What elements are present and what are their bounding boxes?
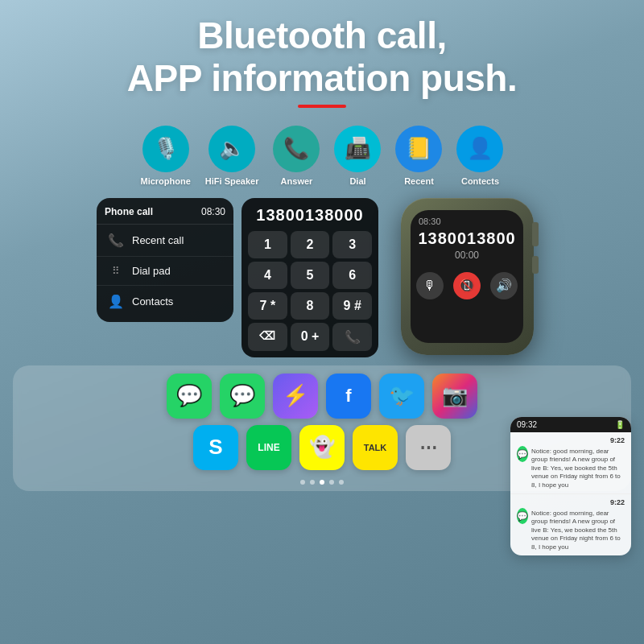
dial-pad-card: 13800138000 1234567 *89 #⌫0 +📞 bbox=[242, 198, 378, 357]
page-title: Bluetooth call, APP information push. bbox=[16, 14, 628, 100]
notif-avatar-0: 💬 bbox=[517, 446, 528, 462]
notif-msg-time-1: 9:22 bbox=[517, 498, 625, 506]
microphone-label: Microphone bbox=[141, 176, 191, 186]
app-dot-2[interactable] bbox=[320, 480, 324, 485]
contacts-label: Contacts bbox=[132, 295, 173, 308]
dial-key-1[interactable]: 2 bbox=[291, 231, 330, 258]
notification-battery: 🔋 bbox=[615, 420, 625, 429]
watch-button-top[interactable] bbox=[532, 222, 539, 246]
dialpad-icon: ⠿ bbox=[108, 265, 124, 277]
dial-key-2[interactable]: 3 bbox=[332, 231, 372, 258]
watch-speaker-button[interactable]: 🔊 bbox=[490, 272, 518, 299]
answer-label: Answer bbox=[281, 176, 313, 186]
watch-screen: 08:30 1380013800 00:00 🎙 📵 🔊 bbox=[411, 210, 523, 343]
feature-item-answer: 📞 Answer bbox=[273, 126, 320, 186]
notification-message-0: 9:22 💬 Notice: good morning, dear group … bbox=[510, 432, 631, 494]
watch-number: 1380013800 bbox=[418, 229, 515, 248]
app-icon-messenger[interactable]: ⚡ bbox=[273, 374, 318, 419]
dial-key-0[interactable]: 1 bbox=[248, 231, 287, 258]
hifi-speaker-icon: 🔈 bbox=[208, 126, 255, 172]
notification-header: 09:32 🔋 bbox=[510, 417, 631, 432]
recent-call-label: Recent call bbox=[132, 234, 184, 246]
notification-time: 09:32 bbox=[517, 420, 537, 429]
phone-call-card-header: Phone call 08:30 bbox=[97, 206, 233, 225]
dial-key-11[interactable]: 📞 bbox=[332, 323, 372, 351]
feature-item-contacts: 👤 Contects bbox=[456, 126, 503, 186]
notification-message-1: 9:22 💬 Notice: good morning, dear group … bbox=[510, 494, 631, 555]
middle-section: Phone call 08:30 📞 Recent call ⠿ Dial pa… bbox=[0, 194, 644, 357]
dial-key-5[interactable]: 6 bbox=[332, 262, 372, 289]
dial-pad-item[interactable]: ⠿ Dial pad bbox=[97, 257, 233, 286]
dial-key-3[interactable]: 4 bbox=[248, 262, 287, 289]
dial-grid: 1234567 *89 #⌫0 +📞 bbox=[248, 231, 372, 351]
features-row: 🎙️ Microphone 🔈 HiFi Speaker 📞 Answer 📠 … bbox=[0, 114, 644, 194]
dial-key-6[interactable]: 7 * bbox=[248, 292, 287, 320]
feature-item-recent: 📒 Recent bbox=[395, 126, 442, 186]
watch-hangup-button[interactable]: 📵 bbox=[453, 272, 481, 299]
contacts-icon: 👤 bbox=[456, 126, 503, 172]
dial-key-7[interactable]: 8 bbox=[291, 292, 330, 320]
watch-duration: 00:00 bbox=[455, 250, 479, 261]
notification-messages: 9:22 💬 Notice: good morning, dear group … bbox=[510, 432, 631, 555]
notification-card: 09:32 🔋 9:22 💬 Notice: good morning, dea… bbox=[510, 417, 631, 555]
watch-button-bottom[interactable] bbox=[532, 256, 539, 274]
answer-icon: 📞 bbox=[273, 126, 320, 172]
app-icon-line[interactable]: LINE bbox=[246, 425, 291, 470]
app-icon-whatsapp[interactable]: 💬 bbox=[220, 374, 265, 419]
watch-container: 08:30 1380013800 00:00 🎙 📵 🔊 bbox=[386, 198, 547, 355]
dial-number: 13800138000 bbox=[248, 206, 372, 231]
feature-item-dial: 📠 Dial bbox=[334, 126, 381, 186]
watch-mic-button[interactable]: 🎙 bbox=[416, 272, 444, 299]
title-underline bbox=[298, 105, 346, 108]
dial-key-9[interactable]: ⌫ bbox=[248, 323, 287, 351]
dial-key-8[interactable]: 9 # bbox=[332, 292, 372, 320]
contacts-icon: 👤 bbox=[108, 294, 124, 309]
recent-icon: 📒 bbox=[395, 126, 442, 172]
notif-text-1: Notice: good morning, dear group friends… bbox=[531, 510, 625, 551]
apps-row-1: 💬💬⚡f🐦📷 bbox=[23, 374, 621, 419]
recent-call-item[interactable]: 📞 Recent call bbox=[97, 225, 233, 257]
notif-avatar-1: 💬 bbox=[517, 508, 528, 524]
app-dot-0[interactable] bbox=[300, 480, 305, 485]
app-icon-kakao[interactable]: TALK bbox=[353, 425, 398, 470]
phone-call-title: Phone call bbox=[105, 206, 153, 217]
dial-pad-label: Dial pad bbox=[132, 265, 171, 277]
dial-key-4[interactable]: 5 bbox=[291, 262, 330, 289]
app-dot-1[interactable] bbox=[310, 480, 315, 485]
notif-text-0: Notice: good morning, dear group friends… bbox=[531, 448, 625, 489]
app-icon-line-msg[interactable]: 💬 bbox=[167, 374, 212, 419]
contacts-label: Contects bbox=[461, 176, 499, 186]
app-icon-twitter[interactable]: 🐦 bbox=[379, 374, 424, 419]
app-dot-4[interactable] bbox=[339, 480, 344, 485]
dial-label: Dial bbox=[349, 176, 365, 186]
header-section: Bluetooth call, APP information push. bbox=[0, 0, 644, 114]
phone-call-card: Phone call 08:30 📞 Recent call ⠿ Dial pa… bbox=[97, 198, 233, 322]
microphone-icon: 🎙️ bbox=[142, 126, 189, 172]
app-icon-instagram[interactable]: 📷 bbox=[432, 374, 477, 419]
watch-time: 08:30 bbox=[419, 217, 441, 226]
app-icon-skype[interactable]: S bbox=[193, 425, 238, 470]
feature-item-hifi-speaker: 🔈 HiFi Speaker bbox=[205, 126, 259, 186]
app-icon-facebook[interactable]: f bbox=[326, 374, 371, 419]
dial-key-10[interactable]: 0 + bbox=[291, 323, 330, 351]
phone-icon: 📞 bbox=[108, 233, 124, 248]
notif-msg-time-0: 9:22 bbox=[517, 436, 625, 444]
app-icon-more[interactable]: ⋯ bbox=[406, 425, 451, 470]
dial-icon: 📠 bbox=[334, 126, 381, 172]
hifi-speaker-label: HiFi Speaker bbox=[205, 176, 259, 186]
watch-actions: 🎙 📵 🔊 bbox=[416, 272, 518, 299]
app-icon-snapchat[interactable]: 👻 bbox=[299, 425, 345, 470]
app-dot-3[interactable] bbox=[329, 480, 334, 485]
recent-label: Recent bbox=[404, 176, 434, 186]
feature-item-microphone: 🎙️ Microphone bbox=[141, 126, 191, 186]
phone-call-time: 08:30 bbox=[201, 206, 225, 217]
watch-body: 08:30 1380013800 00:00 🎙 📵 🔊 bbox=[401, 198, 534, 355]
contacts-item[interactable]: 👤 Contacts bbox=[97, 286, 233, 317]
